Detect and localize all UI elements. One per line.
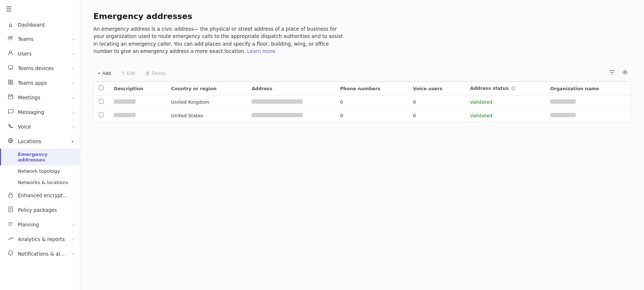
planning-icon	[7, 221, 14, 228]
status-badge: Validated	[470, 99, 492, 105]
col-description: Description	[109, 82, 166, 95]
addresses-table-container: Description Country or region Address Ph…	[93, 81, 631, 122]
settings-columns-button[interactable]	[619, 68, 631, 78]
chevron-icon: ›	[73, 237, 74, 242]
row-address-status: Validated	[465, 95, 545, 109]
chevron-down-icon: ∨	[71, 139, 74, 144]
sidebar-item-label: Teams devices	[18, 65, 69, 71]
row-phone-numbers: 0	[335, 95, 408, 109]
hamburger-menu[interactable]: ☰	[0, 0, 80, 18]
row-description	[109, 109, 166, 122]
chevron-icon: ›	[73, 37, 74, 42]
row-org-name	[545, 109, 631, 122]
sidebar-item-analytics[interactable]: Analytics & reports ›	[0, 232, 80, 247]
row-voice-users: 0	[408, 109, 465, 122]
sidebar-sub-item-networks-locations[interactable]: Networks & locations	[0, 177, 80, 188]
sidebar-sub-item-network-topology[interactable]: Network topology	[0, 165, 80, 177]
svg-rect-4	[8, 80, 10, 82]
sidebar-item-enhanced-encrypt[interactable]: Enhanced encrypt...	[0, 188, 80, 203]
svg-rect-5	[11, 80, 13, 82]
sidebar-item-teams-apps[interactable]: Teams apps ›	[0, 76, 80, 90]
sidebar: ☰ ⌂ Dashboard Teams › Users › Teams devi…	[0, 0, 80, 290]
chevron-icon: ›	[73, 222, 74, 227]
sidebar-item-label: Meetings	[18, 95, 69, 100]
blurred-org-name	[550, 113, 576, 117]
sidebar-item-locations[interactable]: Locations ∨	[0, 134, 80, 149]
delete-label: Delete	[152, 70, 166, 76]
add-button[interactable]: + Add	[93, 69, 115, 78]
sidebar-item-label: Enhanced encrypt...	[18, 192, 74, 198]
row-description	[109, 95, 166, 109]
filter-button[interactable]	[606, 68, 618, 78]
row-country: United Kingdom	[166, 95, 247, 109]
sidebar-item-notifications[interactable]: Notifications & al... ›	[0, 247, 80, 261]
toolbar: + Add ✎ Edit 🗑 Delete	[93, 65, 631, 81]
col-address: Address	[247, 82, 335, 95]
row-phone-numbers: 0	[335, 109, 408, 122]
col-voice-users: Voice users	[408, 82, 465, 95]
sidebar-item-dashboard[interactable]: ⌂ Dashboard	[0, 18, 80, 32]
description-text: An emergency address is a civic address—…	[93, 26, 343, 54]
svg-point-1	[11, 37, 12, 38]
chevron-icon: ›	[73, 81, 74, 85]
teams-icon	[7, 35, 14, 43]
delete-button[interactable]: 🗑 Delete	[141, 69, 170, 78]
row-address	[247, 109, 335, 122]
blurred-address	[252, 113, 303, 117]
sidebar-item-label: Locations	[18, 138, 67, 144]
apps-icon	[7, 79, 14, 87]
table-header: Description Country or region Address Ph…	[94, 82, 631, 95]
users-icon	[7, 50, 14, 57]
chevron-icon: ›	[73, 125, 74, 129]
address-status-info-icon[interactable]: ⓘ	[511, 86, 515, 91]
learn-more-link[interactable]: Learn more	[247, 48, 275, 54]
add-icon: +	[98, 70, 101, 76]
analytics-icon	[7, 236, 14, 243]
sub-item-label: Network topology	[18, 168, 60, 174]
sidebar-item-planning[interactable]: Planning ›	[0, 217, 80, 232]
hamburger-icon: ☰	[6, 5, 12, 13]
main-content: Emergency addresses An emergency address…	[80, 0, 644, 290]
blurred-address	[252, 99, 303, 104]
svg-rect-6	[8, 83, 10, 84]
status-badge: Validated	[470, 113, 492, 118]
sidebar-item-teams[interactable]: Teams ›	[0, 32, 80, 46]
svg-rect-8	[8, 95, 13, 99]
lock-icon	[7, 192, 14, 199]
sidebar-item-messaging[interactable]: Messaging ›	[0, 105, 80, 119]
sidebar-item-policy-packages[interactable]: Policy packages	[0, 203, 80, 217]
sidebar-item-users[interactable]: Users ›	[0, 46, 80, 61]
row-address-status: Validated	[465, 109, 545, 122]
row-check[interactable]	[94, 95, 109, 109]
sidebar-item-voice[interactable]: Voice ›	[0, 119, 80, 134]
add-label: Add	[102, 70, 111, 76]
sub-item-label: Emergency addresses	[18, 152, 74, 163]
messaging-icon	[7, 108, 14, 116]
edit-button[interactable]: ✎ Edit	[117, 69, 139, 78]
svg-rect-3	[8, 66, 13, 69]
table-row: United States 0 0 Validated	[94, 109, 631, 122]
sidebar-item-teams-devices[interactable]: Teams devices ›	[0, 61, 80, 76]
page-title: Emergency addresses	[93, 12, 631, 21]
blurred-description	[114, 99, 136, 104]
sidebar-item-label: Dashboard	[18, 22, 74, 28]
svg-point-12	[624, 72, 626, 73]
sidebar-item-label: Notifications & al...	[18, 251, 69, 257]
chevron-icon: ›	[73, 51, 74, 56]
delete-icon: 🗑	[145, 70, 150, 76]
sidebar-item-label: Analytics & reports	[18, 236, 69, 242]
select-all-checkbox[interactable]	[99, 85, 104, 90]
edit-icon: ✎	[121, 70, 125, 76]
col-country: Country or region	[166, 82, 247, 95]
table-body: United Kingdom 0 0 Validated	[94, 95, 631, 122]
sidebar-sub-item-emergency-addresses[interactable]: Emergency addresses	[0, 149, 80, 165]
page-description: An emergency address is a civic address—…	[93, 25, 349, 55]
chevron-icon: ›	[73, 252, 74, 256]
row-check[interactable]	[94, 109, 109, 122]
svg-rect-10	[9, 195, 12, 197]
sidebar-item-label: Teams apps	[18, 80, 69, 86]
row-voice-users: 0	[408, 95, 465, 109]
sidebar-item-meetings[interactable]: Meetings ›	[0, 90, 80, 105]
dashboard-icon: ⌂	[7, 22, 14, 28]
col-phone-numbers: Phone numbers	[335, 82, 408, 95]
